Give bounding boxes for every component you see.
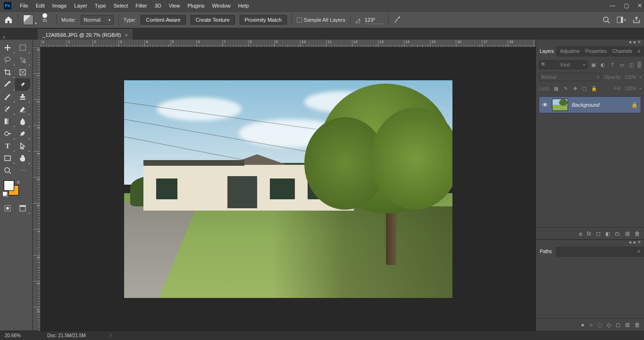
lock-all-icon[interactable]: 🔒: [591, 86, 597, 91]
pen-tool-icon[interactable]: [15, 128, 30, 140]
lock-pos-icon[interactable]: ✥: [572, 86, 578, 91]
tab-paths[interactable]: Paths: [536, 246, 556, 257]
menu-help[interactable]: Help: [234, 0, 253, 11]
blur-tool-icon[interactable]: [15, 115, 30, 128]
hand-tool-icon[interactable]: [15, 152, 30, 164]
tab-adjustments[interactable]: Adjustme: [556, 46, 582, 57]
sample-all-layers-checkbox[interactable]: Sample All Layers: [297, 17, 345, 23]
color-swatches[interactable]: ⤭: [4, 180, 23, 199]
layer-lock-icon[interactable]: 🔒: [631, 102, 638, 108]
workspace-switcher[interactable]: ▾: [617, 17, 626, 23]
history-brush-tool-icon[interactable]: [0, 103, 15, 115]
mask-icon[interactable]: ◻: [596, 230, 601, 237]
type-content-aware-button[interactable]: Content-Aware: [141, 15, 185, 25]
sel-to-path-icon[interactable]: ◇: [607, 322, 611, 328]
window-minimize-icon[interactable]: —: [610, 2, 615, 9]
tool-preset-picker[interactable]: ▾: [23, 15, 33, 25]
tab-layers[interactable]: Layers: [536, 46, 556, 57]
stamp-tool-icon[interactable]: [15, 91, 30, 103]
dodge-tool-icon[interactable]: [0, 128, 15, 140]
zoom-tool-icon[interactable]: [0, 164, 15, 177]
opacity-value[interactable]: 100%: [624, 75, 636, 80]
filter-smart-icon[interactable]: ◫: [628, 61, 635, 68]
window-close-icon[interactable]: ✕: [637, 2, 642, 9]
panel-collapse-icon[interactable]: ◄◄ ✕: [536, 240, 644, 246]
menu-3d[interactable]: 3D: [151, 0, 165, 11]
close-tab-icon[interactable]: ×: [125, 32, 127, 38]
default-colors-icon[interactable]: [3, 192, 8, 196]
fx-icon[interactable]: fx: [587, 230, 591, 237]
menu-filter[interactable]: Filter: [132, 0, 151, 11]
stroke-path-icon[interactable]: ○: [589, 322, 593, 328]
rectangle-tool-icon[interactable]: [0, 152, 15, 164]
pressure-icon[interactable]: [393, 16, 402, 24]
mode-select[interactable]: Normal▾: [81, 15, 114, 25]
tab-channels[interactable]: Channels: [609, 46, 634, 57]
home-icon[interactable]: [4, 15, 13, 25]
frame-tool-icon[interactable]: [15, 66, 30, 78]
type-create-texture-button[interactable]: Create Texture: [191, 15, 235, 25]
menu-layer[interactable]: Layer: [70, 0, 91, 11]
ruler-horizontal[interactable]: 012345678910111213141516171819: [41, 40, 535, 47]
layer-row-background[interactable]: 👁 Background 🔒: [539, 96, 641, 113]
panel-menu-icon[interactable]: ≡: [634, 46, 644, 57]
ruler-origin[interactable]: [33, 40, 41, 47]
share-icon[interactable]: [633, 16, 640, 24]
tab-properties[interactable]: Properties: [582, 46, 609, 57]
fill-value[interactable]: 100%: [624, 86, 636, 91]
adjustment-layer-icon[interactable]: ◐: [605, 230, 610, 237]
doc-info[interactable]: Doc: 21.5M/21.5M: [47, 333, 86, 338]
menu-view[interactable]: View: [165, 0, 184, 11]
screen-mode-icon[interactable]: [15, 202, 30, 214]
menu-window[interactable]: Window: [209, 0, 234, 11]
status-chevron-icon[interactable]: 〉: [109, 332, 114, 339]
menu-image[interactable]: Image: [49, 0, 71, 11]
healing-brush-tool-icon[interactable]: [15, 78, 30, 91]
path-select-tool-icon[interactable]: [15, 140, 30, 152]
marquee-tool-icon[interactable]: [15, 42, 30, 54]
link-layers-icon[interactable]: ⌀: [579, 230, 582, 237]
foreground-color-swatch[interactable]: [4, 180, 14, 191]
menu-plugins[interactable]: Plugins: [184, 0, 208, 11]
type-proximity-match-button[interactable]: Proximity Match: [240, 15, 287, 25]
quick-select-tool-icon[interactable]: [15, 54, 30, 66]
filter-adjust-icon[interactable]: ◐: [600, 61, 606, 68]
filter-toggle-icon[interactable]: [637, 61, 641, 68]
delete-path-icon[interactable]: 🗑: [635, 322, 640, 328]
panel-collapse-icon[interactable]: ◄◄ ✕: [536, 40, 644, 46]
ruler-vertical[interactable]: 012345678910: [33, 47, 41, 331]
layer-thumbnail[interactable]: [552, 99, 568, 111]
layer-filter-kind[interactable]: Kind▾: [539, 60, 587, 69]
edit-toolbar-icon[interactable]: ⋯: [15, 164, 30, 177]
gradient-tool-icon[interactable]: [0, 115, 15, 128]
menu-type[interactable]: Type: [91, 0, 110, 11]
menu-file[interactable]: File: [16, 0, 32, 11]
lock-paint-icon[interactable]: ✎: [562, 86, 569, 91]
group-icon[interactable]: 🗀: [615, 230, 620, 237]
move-tool-icon[interactable]: [0, 42, 15, 54]
fill-path-icon[interactable]: ●: [581, 322, 585, 328]
lock-trans-icon[interactable]: ▩: [553, 86, 560, 91]
swap-colors-icon[interactable]: ⤭: [16, 179, 20, 185]
layer-name[interactable]: Background: [572, 102, 627, 108]
quick-mask-icon[interactable]: [0, 202, 15, 214]
brush-tool-icon[interactable]: [0, 91, 15, 103]
zoom-value[interactable]: 20.66%: [5, 333, 33, 338]
mask-path-icon[interactable]: ◻: [616, 322, 620, 328]
menu-edit[interactable]: Edit: [32, 0, 49, 11]
path-to-sel-icon[interactable]: ◌: [597, 322, 602, 328]
filter-type-icon[interactable]: T: [609, 61, 616, 68]
filter-shape-icon[interactable]: ▭: [619, 61, 625, 68]
lasso-tool-icon[interactable]: [0, 54, 15, 66]
new-layer-icon[interactable]: ⊞: [625, 230, 630, 237]
new-path-icon[interactable]: ⊞: [625, 322, 630, 328]
blend-mode-select[interactable]: Normal▾: [539, 73, 602, 81]
eyedropper-tool-icon[interactable]: [0, 78, 15, 91]
filter-pixel-icon[interactable]: ▣: [590, 61, 597, 68]
menu-select[interactable]: Select: [110, 0, 132, 11]
delete-layer-icon[interactable]: 🗑: [635, 230, 640, 237]
type-tool-icon[interactable]: T: [0, 140, 15, 152]
visibility-eye-icon[interactable]: 👁: [542, 102, 548, 109]
document-tab[interactable]: _12A8568.JPG @ 20.7% (RGB/8) ×: [38, 29, 133, 40]
panel-menu-icon[interactable]: ≡: [634, 246, 644, 257]
